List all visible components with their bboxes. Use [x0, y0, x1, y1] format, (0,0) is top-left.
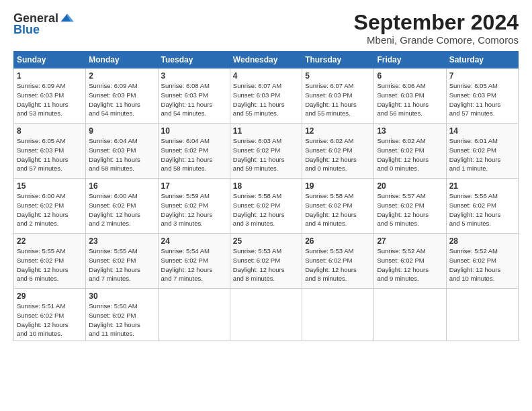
day-info: Sunrise: 5:58 AMSunset: 6:02 PMDaylight:… — [233, 191, 299, 228]
weekday-header: Tuesday — [158, 52, 230, 68]
day-number: 21 — [449, 181, 515, 191]
calendar-week-row: 1Sunrise: 6:09 AMSunset: 6:03 PMDaylight… — [14, 68, 519, 124]
day-info-line: Daylight: 12 hours — [17, 321, 69, 328]
day-number: 19 — [305, 181, 371, 191]
day-number: 10 — [161, 126, 227, 136]
calendar-cell: 10Sunrise: 6:04 AMSunset: 6:02 PMDayligh… — [158, 124, 230, 179]
calendar-cell — [302, 289, 374, 341]
day-info-line: Sunset: 6:02 PM — [449, 146, 496, 154]
day-number: 20 — [377, 181, 443, 191]
day-info-line: Sunset: 6:03 PM — [233, 91, 280, 99]
day-info-line: and 56 minutes. — [377, 109, 423, 117]
day-number: 30 — [89, 291, 154, 301]
calendar-cell: 12Sunrise: 6:02 AMSunset: 6:02 PMDayligh… — [302, 124, 374, 179]
weekday-header: Sunday — [14, 52, 86, 68]
calendar-cell: 5Sunrise: 6:07 AMSunset: 6:03 PMDaylight… — [302, 68, 374, 124]
day-info-line: Sunrise: 6:03 AM — [233, 137, 281, 144]
day-number: 8 — [17, 126, 83, 136]
day-info-line: Sunset: 6:03 PM — [305, 91, 352, 99]
day-info: Sunrise: 6:01 AMSunset: 6:02 PMDaylight:… — [449, 136, 515, 173]
day-number: 1 — [17, 71, 83, 81]
day-info: Sunrise: 5:55 AMSunset: 6:02 PMDaylight:… — [89, 246, 154, 283]
day-info-line: Sunrise: 5:52 AM — [377, 247, 425, 255]
day-info: Sunrise: 6:08 AMSunset: 6:03 PMDaylight:… — [161, 81, 227, 118]
day-info-line: Sunrise: 5:55 AM — [17, 247, 65, 255]
day-info: Sunrise: 6:09 AMSunset: 6:03 PMDaylight:… — [17, 81, 83, 118]
calendar-week-row: 22Sunrise: 5:55 AMSunset: 6:02 PMDayligh… — [14, 234, 519, 289]
day-info-line: Daylight: 12 hours — [233, 266, 285, 273]
day-info-line: and 3 minutes. — [233, 220, 275, 227]
day-info-line: Sunset: 6:02 PM — [377, 201, 424, 209]
day-number: 12 — [305, 126, 371, 136]
calendar-cell: 11Sunrise: 6:03 AMSunset: 6:02 PMDayligh… — [230, 124, 302, 179]
day-info-line: and 7 minutes. — [89, 275, 130, 282]
day-info-line: Daylight: 11 hours — [233, 101, 285, 108]
day-info-line: Sunset: 6:02 PM — [305, 146, 352, 154]
day-info-line: Sunset: 6:03 PM — [17, 91, 64, 99]
calendar-cell: 1Sunrise: 6:09 AMSunset: 6:03 PMDaylight… — [14, 68, 86, 124]
day-info: Sunrise: 6:02 AMSunset: 6:02 PMDaylight:… — [305, 136, 371, 173]
day-info-line: Sunrise: 6:02 AM — [305, 137, 353, 144]
day-info-line: Daylight: 12 hours — [161, 211, 213, 218]
day-info-line: Sunset: 6:02 PM — [377, 146, 424, 154]
day-info-line: Sunset: 6:02 PM — [161, 146, 208, 154]
day-number: 14 — [449, 126, 515, 136]
day-number: 23 — [89, 236, 154, 246]
logo-icon — [60, 11, 75, 26]
day-info: Sunrise: 6:02 AMSunset: 6:02 PMDaylight:… — [377, 136, 443, 173]
day-info-line: Daylight: 11 hours — [89, 156, 140, 163]
calendar-cell — [230, 289, 302, 341]
day-info-line: Sunset: 6:02 PM — [233, 257, 280, 264]
day-info-line: Daylight: 12 hours — [449, 266, 501, 273]
day-info: Sunrise: 6:05 AMSunset: 6:03 PMDaylight:… — [449, 81, 515, 118]
day-info-line: Sunset: 6:03 PM — [89, 146, 136, 154]
day-info-line: Daylight: 12 hours — [89, 321, 140, 328]
calendar-cell: 27Sunrise: 5:52 AMSunset: 6:02 PMDayligh… — [374, 234, 446, 289]
day-info-line: and 54 minutes. — [89, 109, 134, 117]
day-info-line: Sunrise: 6:06 AM — [377, 82, 425, 89]
day-info-line: and 9 minutes. — [377, 275, 418, 282]
calendar-cell: 24Sunrise: 5:54 AMSunset: 6:02 PMDayligh… — [158, 234, 230, 289]
day-info-line: Daylight: 11 hours — [305, 101, 357, 108]
weekday-header: Saturday — [446, 52, 518, 68]
day-number: 5 — [305, 71, 371, 81]
day-info-line: Sunrise: 5:57 AM — [377, 192, 425, 199]
day-info: Sunrise: 6:04 AMSunset: 6:03 PMDaylight:… — [89, 136, 154, 173]
day-number: 9 — [89, 126, 154, 136]
calendar-cell: 23Sunrise: 5:55 AMSunset: 6:02 PMDayligh… — [86, 234, 158, 289]
day-info: Sunrise: 6:05 AMSunset: 6:03 PMDaylight:… — [17, 136, 83, 173]
day-info-line: Sunrise: 6:04 AM — [89, 137, 137, 144]
day-info-line: Sunset: 6:02 PM — [305, 201, 352, 209]
day-info-line: and 58 minutes. — [89, 165, 134, 172]
day-info-line: and 54 minutes. — [161, 109, 207, 117]
day-info-line: Daylight: 11 hours — [17, 156, 69, 163]
day-info-line: and 8 minutes. — [305, 275, 347, 282]
day-info-line: Sunset: 6:03 PM — [449, 91, 496, 99]
day-info-line: Sunrise: 5:55 AM — [89, 247, 137, 255]
day-number: 22 — [17, 236, 83, 246]
day-info-line: Sunrise: 6:05 AM — [449, 82, 498, 89]
day-number: 7 — [449, 71, 515, 81]
day-info-line: Sunrise: 6:09 AM — [17, 82, 65, 89]
calendar-cell: 13Sunrise: 6:02 AMSunset: 6:02 PMDayligh… — [374, 124, 446, 179]
day-info-line: and 11 minutes. — [89, 330, 134, 337]
day-info-line: Daylight: 12 hours — [17, 211, 69, 218]
day-info: Sunrise: 5:51 AMSunset: 6:02 PMDaylight:… — [17, 302, 83, 338]
day-number: 27 — [377, 236, 443, 246]
day-info-line: and 5 minutes. — [377, 220, 418, 227]
day-info-line: Sunset: 6:02 PM — [233, 146, 280, 154]
calendar-cell: 18Sunrise: 5:58 AMSunset: 6:02 PMDayligh… — [230, 179, 302, 234]
calendar-cell: 6Sunrise: 6:06 AMSunset: 6:03 PMDaylight… — [374, 68, 446, 124]
calendar-week-row: 29Sunrise: 5:51 AMSunset: 6:02 PMDayligh… — [14, 289, 519, 341]
main-title: September 2024 — [354, 11, 519, 34]
calendar-cell: 21Sunrise: 5:56 AMSunset: 6:02 PMDayligh… — [446, 179, 518, 234]
day-info-line: Sunset: 6:02 PM — [89, 312, 136, 319]
day-number: 6 — [377, 71, 443, 81]
day-info: Sunrise: 5:52 AMSunset: 6:02 PMDaylight:… — [377, 246, 443, 283]
day-number: 28 — [449, 236, 515, 246]
calendar-cell: 14Sunrise: 6:01 AMSunset: 6:02 PMDayligh… — [446, 124, 518, 179]
page: General Blue September 2024 Mbeni, Grand… — [0, 0, 532, 411]
day-info-line: Sunset: 6:02 PM — [89, 257, 136, 264]
day-info: Sunrise: 6:07 AMSunset: 6:03 PMDaylight:… — [233, 81, 299, 118]
day-info-line: Sunset: 6:02 PM — [161, 201, 208, 209]
